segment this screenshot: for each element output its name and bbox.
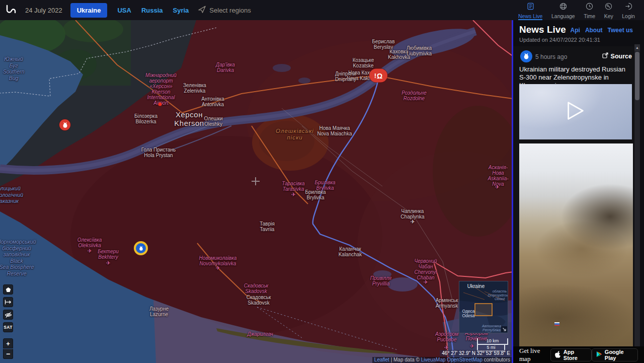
sidebar-links: ApiAboutTweet us: [571, 27, 633, 34]
clock-icon: [586, 3, 593, 12]
nav-key[interactable]: Key: [604, 0, 613, 20]
sidebar-link-about[interactable]: About: [585, 27, 603, 34]
nav-time[interactable]: Time: [584, 0, 595, 20]
attribution-text: contributors: [482, 357, 510, 362]
external-link-icon: [602, 52, 608, 60]
map-crosshair: [252, 177, 260, 185]
map-attribution: Leaflet | Map data © LiveuaMap OpenStree…: [372, 357, 512, 363]
app-store-button[interactable]: App Store: [550, 348, 592, 361]
top-bar: 24 July 2022 UkraineUSARussiaSyria Selec…: [0, 0, 644, 20]
nav-label: Login: [622, 13, 635, 19]
news-card: 5 hours ago Source Ukrainian military de…: [513, 46, 634, 346]
updated-timestamp: Updated on 24/07/2022 20:41:31: [519, 37, 600, 43]
region-tabs: UkraineUSARussiaSyria: [70, 3, 189, 18]
sidebar-footer: Get live map App Store Google Play: [513, 346, 644, 363]
news-icon: [527, 3, 534, 12]
draw-polygon-button[interactable]: [3, 284, 13, 295]
nav-label: Key: [604, 13, 613, 19]
nav-language[interactable]: Language: [551, 0, 575, 20]
map-marker-explosion[interactable]: [59, 119, 70, 130]
nav-label: Time: [584, 13, 595, 19]
apple-icon: [555, 351, 561, 359]
globe-icon: [559, 3, 567, 12]
select-regions-button[interactable]: Select regions: [198, 5, 251, 15]
scrollbar-thumb[interactable]: [635, 52, 639, 100]
map-marker-event[interactable]: [134, 241, 148, 255]
nav-label: Language: [551, 13, 575, 19]
nav-news-live[interactable]: News Live: [518, 0, 542, 20]
get-live-map-link[interactable]: Get live map: [519, 347, 550, 363]
attribution-link[interactable]: Leaflet: [374, 357, 389, 362]
date-label: 24 July 2022: [25, 7, 62, 14]
tab-syria[interactable]: Syria: [173, 7, 189, 14]
minimap[interactable]: UkraineобластьDnipropetrovskOblastОдесаO…: [459, 281, 508, 333]
scroll-up-icon[interactable]: ▲: [634, 44, 640, 51]
zoom-out-button[interactable]: −: [3, 349, 13, 359]
minimap-viewport: [475, 304, 492, 316]
minimap-canvas: [459, 281, 508, 333]
app-store-label: App Store: [564, 349, 587, 361]
flag-detail: [554, 322, 559, 326]
measure-distance-button[interactable]: [3, 297, 13, 307]
select-regions-label: Select regions: [209, 7, 251, 14]
minimap-toggle-icon[interactable]: [501, 326, 507, 332]
top-nav: News LiveLanguageTimeKeyLogin: [513, 0, 640, 20]
map-marker-airport-dot: [158, 103, 162, 106]
tab-ukraine[interactable]: Ukraine: [70, 3, 108, 18]
news-time-ago: 5 hours ago: [535, 53, 567, 60]
key-icon: [605, 3, 612, 12]
sidebar-title: News Live: [519, 24, 566, 35]
news-sidebar: News Live ApiAboutTweet us Updated on 24…: [513, 20, 644, 363]
nav-login[interactable]: Login: [622, 0, 635, 20]
liveuamap-logo[interactable]: [5, 4, 18, 16]
air-raid-bomb-icon: [520, 50, 532, 62]
coordinates-readout: 46° 27' 32.9" N 32° 53' 59.8" E: [440, 350, 512, 356]
attribution-link[interactable]: OpenStreetMap: [447, 357, 482, 362]
cursor-icon: [198, 5, 206, 15]
zoom-in-button[interactable]: +: [3, 338, 13, 348]
attribution-link[interactable]: LiveuaMap: [421, 357, 446, 362]
scale-bar-km: 10 km: [477, 338, 508, 345]
tab-usa[interactable]: USA: [117, 7, 131, 14]
hide-news-markers-button[interactable]: [3, 310, 13, 320]
login-icon: [625, 3, 632, 12]
news-photo[interactable]: [519, 143, 633, 346]
play-icon: [566, 100, 586, 124]
nav-label: News Live: [518, 13, 542, 19]
map-sidebar-divider: [512, 20, 513, 363]
base-map: [0, 20, 513, 363]
attribution-text: | Map data ©: [389, 357, 421, 362]
google-play-label: Google Play: [605, 349, 633, 361]
map-canvas[interactable]: БериславBeryslavКаховкаKakhovkaЛюбимівка…: [0, 20, 513, 363]
sidebar-link-tweet-us[interactable]: Tweet us: [608, 27, 633, 34]
news-video-thumbnail[interactable]: [519, 84, 632, 139]
sidebar-scrollbar[interactable]: ▲: [634, 44, 640, 346]
google-play-icon: [596, 351, 602, 358]
map-marker-cluster[interactable]: !Ω: [369, 69, 387, 83]
sidebar-link-api[interactable]: Api: [571, 27, 580, 34]
satellite-view-button[interactable]: SAT: [3, 322, 13, 332]
google-play-button[interactable]: Google Play: [592, 348, 638, 361]
tab-russia[interactable]: Russia: [141, 7, 163, 14]
source-button[interactable]: Source: [602, 52, 632, 60]
source-label: Source: [611, 53, 632, 60]
